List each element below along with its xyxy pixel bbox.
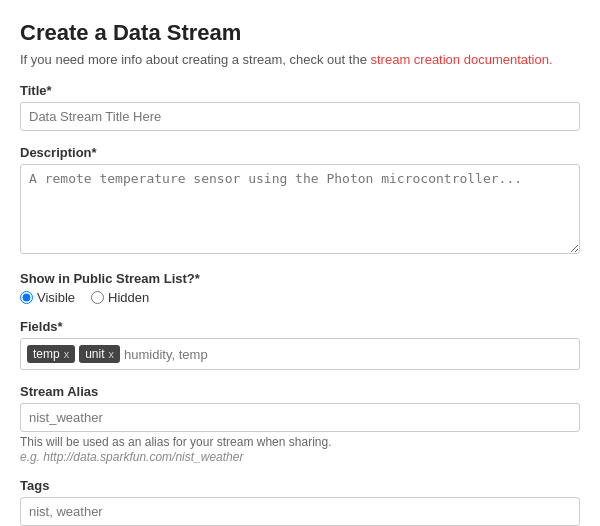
hidden-radio[interactable] [91, 291, 104, 304]
intro-description: If you need more info about creating a s… [20, 52, 370, 67]
title-input[interactable] [20, 102, 580, 131]
title-field-group: Title* [20, 83, 580, 131]
public-stream-label: Show in Public Stream List?* [20, 271, 580, 286]
tag-temp-remove[interactable]: x [64, 348, 70, 360]
tags-input[interactable] [20, 497, 580, 526]
stream-alias-label: Stream Alias [20, 384, 580, 399]
visible-label: Visible [37, 290, 75, 305]
tag-unit-label: unit [85, 347, 104, 361]
page-title: Create a Data Stream [20, 20, 580, 46]
radio-group: Visible Hidden [20, 290, 580, 305]
description-field-group: Description* [20, 145, 580, 257]
tag-unit: unit x [79, 345, 120, 363]
stream-alias-input[interactable] [20, 403, 580, 432]
fields-tags-container[interactable]: temp x unit x [20, 338, 580, 370]
tag-unit-remove[interactable]: x [109, 348, 115, 360]
title-label: Title* [20, 83, 580, 98]
tags-group: Tags [20, 478, 580, 526]
stream-creation-docs-link[interactable]: stream creation documentation. [370, 52, 552, 67]
tag-temp-label: temp [33, 347, 60, 361]
visible-option[interactable]: Visible [20, 290, 75, 305]
public-stream-group: Show in Public Stream List?* Visible Hid… [20, 271, 580, 305]
stream-alias-example: e.g. http://data.sparkfun.com/nist_weath… [20, 450, 580, 464]
fields-input[interactable] [124, 347, 573, 362]
stream-alias-helper: This will be used as an alias for your s… [20, 435, 580, 449]
intro-text: If you need more info about creating a s… [20, 52, 580, 67]
tags-label: Tags [20, 478, 580, 493]
description-label: Description* [20, 145, 580, 160]
fields-group: Fields* temp x unit x [20, 319, 580, 370]
stream-alias-group: Stream Alias This will be used as an ali… [20, 384, 580, 464]
tag-temp: temp x [27, 345, 75, 363]
hidden-option[interactable]: Hidden [91, 290, 149, 305]
visible-radio[interactable] [20, 291, 33, 304]
fields-label: Fields* [20, 319, 580, 334]
hidden-label: Hidden [108, 290, 149, 305]
description-input[interactable] [20, 164, 580, 254]
